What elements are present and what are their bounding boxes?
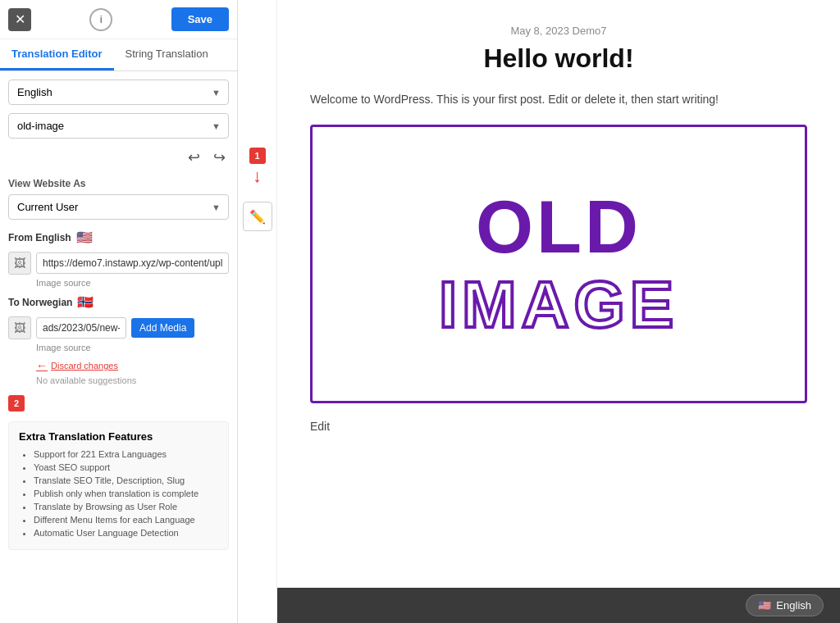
old-image-text: OLD IMAGE	[439, 190, 678, 338]
extra-features-title: Extra Translation Features	[19, 430, 218, 443]
undo-redo-bar: ↩ ↪	[8, 147, 229, 168]
from-english-sublabel: Image source	[36, 278, 229, 288]
language-select-wrapper: English Norwegian French German ▼	[8, 80, 229, 105]
panel-scroll-area: English Norwegian French German ▼ old-im…	[0, 71, 237, 623]
tab-bar: Translation Editor String Translation	[0, 39, 237, 71]
top-bar: ✕ i Save	[0, 0, 237, 39]
current-user-select[interactable]: Current User Administrator Subscriber	[8, 194, 229, 220]
save-button[interactable]: Save	[171, 7, 229, 31]
file-select-wrapper: old-image new-image ▼	[8, 113, 229, 139]
from-english-text: From English	[8, 232, 71, 243]
left-panel: ✕ i Save Translation Editor String Trans…	[0, 0, 238, 623]
no-suggestions-text: No available suggestions	[36, 375, 229, 385]
english-flag: 🇺🇸	[76, 230, 93, 245]
post-title: Hello world!	[310, 43, 807, 74]
to-norwegian-text: To Norwegian	[8, 297, 72, 308]
old-text: OLD	[476, 190, 641, 264]
list-item: Translate SEO Title, Description, Slug	[34, 475, 218, 485]
badge1-area: 1 ↓	[249, 148, 266, 185]
tab-string-translation[interactable]: String Translation	[114, 39, 220, 70]
english-flag-icon: 🇺🇸	[758, 599, 771, 612]
list-item: Automatic User Language Detection	[34, 528, 218, 538]
image-text: IMAGE	[439, 272, 678, 338]
english-label: English	[776, 599, 811, 612]
file-select[interactable]: old-image new-image	[8, 113, 229, 139]
list-item: Support for 221 Extra Languages	[34, 449, 218, 459]
extra-features-section: Extra Translation Features Support for 2…	[8, 421, 229, 550]
to-norwegian-section: To Norwegian 🇳🇴 🖼 Add Media Image source…	[8, 294, 229, 385]
close-button[interactable]: ✕	[8, 8, 31, 31]
badge2-area: 2	[8, 395, 229, 412]
from-english-field-row: 🖼	[8, 252, 229, 275]
to-norwegian-field-row: 🖼 Add Media	[8, 316, 229, 339]
norwegian-flag: 🇳🇴	[77, 294, 94, 310]
to-norwegian-sublabel: Image source	[36, 343, 229, 352]
extra-features-list: Support for 221 Extra Languages Yoast SE…	[19, 449, 218, 538]
view-website-label: View Website As	[8, 178, 229, 189]
old-image-container: OLD IMAGE	[310, 125, 807, 403]
from-english-input[interactable]	[36, 252, 229, 274]
language-select[interactable]: English Norwegian French German	[8, 80, 229, 105]
to-norwegian-input[interactable]	[36, 317, 126, 339]
discard-label: Discard changes	[51, 361, 118, 371]
badge-1: 1	[249, 148, 266, 164]
post-meta: May 8, 2023 Demo7	[310, 25, 807, 37]
from-english-icon: 🖼	[8, 252, 31, 275]
undo-button[interactable]: ↩	[185, 147, 203, 168]
discard-changes-link[interactable]: ← Discard changes	[36, 359, 229, 372]
arrow-down-1: ↓	[253, 167, 262, 185]
from-english-label: From English 🇺🇸	[8, 230, 229, 245]
list-item: Yoast SEO support	[34, 462, 218, 472]
tab-translation-editor[interactable]: Translation Editor	[0, 39, 114, 70]
from-english-section: From English 🇺🇸 🖼 Image source	[8, 230, 229, 288]
add-media-button[interactable]: Add Media	[131, 318, 194, 338]
edit-pencil-button[interactable]: ✏️	[243, 202, 272, 231]
current-user-select-wrapper: Current User Administrator Subscriber ▼	[8, 194, 229, 220]
middle-column: 1 ↓ ✏️	[238, 0, 277, 623]
badge-2: 2	[8, 395, 25, 412]
list-item: Different Menu Items for each Language	[34, 515, 218, 525]
english-bar: 🇺🇸 English	[277, 588, 840, 623]
right-panel: May 8, 2023 Demo7 Hello world! Welcome t…	[277, 0, 840, 623]
info-button[interactable]: i	[89, 8, 112, 31]
edit-link[interactable]: Edit	[310, 420, 807, 433]
list-item: Translate by Browsing as User Role	[34, 502, 218, 512]
to-norwegian-label: To Norwegian 🇳🇴	[8, 294, 229, 310]
redo-button[interactable]: ↪	[210, 147, 229, 168]
english-language-button[interactable]: 🇺🇸 English	[746, 594, 824, 616]
to-norwegian-icon: 🖼	[8, 316, 31, 339]
post-excerpt: Welcome to WordPress. This is your first…	[310, 90, 807, 108]
list-item: Publish only when translation is complet…	[34, 489, 218, 498]
